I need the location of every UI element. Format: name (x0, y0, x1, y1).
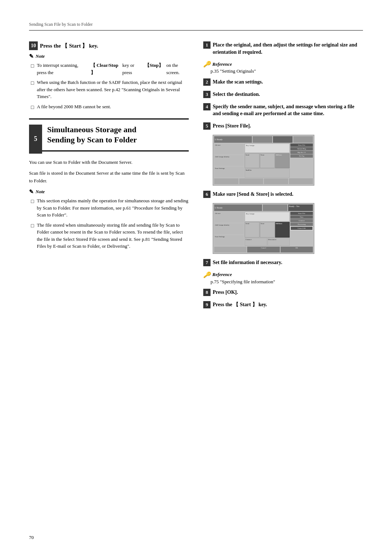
step-4-text: Specify the sender name, subject, and me… (213, 103, 363, 117)
step-9-number: 9 (203, 301, 211, 308)
step-1-text: Place the original, and then adjust the … (213, 41, 363, 56)
step-5-text: Press [Store File]. (213, 122, 251, 130)
step-3-number: 3 (203, 91, 211, 98)
step-7-block: 7 Set file information if necessary. (203, 259, 363, 266)
section-title-block: 5 Simultaneous Storage andSending by Sca… (29, 118, 189, 151)
note-1-list: To interrupt scanning, press the 【 Clear… (29, 62, 189, 111)
step-8-block: 8 Press [OK]. (203, 289, 363, 296)
note-2-title: ✎ Note (29, 189, 189, 195)
step-9-label: 9 Press the 【 Start 】 key. (203, 301, 363, 308)
screen-mockup-2: U Ready Ready - Yes Alt text Add Assign … (213, 203, 314, 254)
main-content: 10 Press the 【 Start 】 key. ✎ Note To in… (29, 41, 363, 313)
section-body-1: You can use Scan to Folder with the Docu… (29, 159, 189, 166)
reference-1-title: 🔑 Reference (203, 61, 363, 68)
step-1-label: 1 Place the original, and then adjust th… (203, 41, 363, 56)
note-2-section: ✎ Note This section explains mainly the … (29, 189, 189, 250)
reference-1-text: p.35 "Setting Originals" (203, 68, 363, 75)
clear-stop-key: 【 Clear/Stop 】 (91, 62, 119, 76)
step-2-number: 2 (203, 78, 211, 86)
note-1-section: ✎ Note To interrupt scanning, press the … (29, 53, 189, 111)
note-1-title: ✎ Note (29, 53, 189, 60)
screen-mockup-1: U Ready Alt text Add Assign identity Sca… (213, 135, 314, 186)
section-body-2: Scan file is stored in the Document Serv… (29, 170, 189, 185)
step-9-start-key: 【 Start 】 (233, 302, 257, 307)
step-4-number: 4 (203, 103, 211, 110)
step-2-text: Make the scan settings. (213, 78, 263, 86)
reference-1-block: 🔑 Reference p.35 "Setting Originals" (203, 61, 363, 75)
start-key: 【 Start 】 (62, 43, 87, 49)
page: Sending Scan File by Scan to Folder 10 P… (0, 0, 392, 555)
step-2-label: 2 Make the scan settings. (203, 78, 363, 86)
step-9-text: Press the 【 Start 】 key. (213, 301, 267, 308)
right-column: 1 Place the original, and then adjust th… (203, 41, 363, 313)
step-2-block: 2 Make the scan settings. (203, 78, 363, 86)
step-10-number: 10 (29, 41, 38, 50)
step-10-block: 10 Press the 【 Start 】 key. ✎ Note To in… (29, 41, 189, 111)
step-4-label: 4 Specify the sender name, subject, and … (203, 103, 363, 117)
note-1-item-1: To interrupt scanning, press the 【 Clear… (31, 62, 189, 76)
page-number: 70 (29, 535, 34, 540)
page-header: Sending Scan File by Scan to Folder (29, 22, 363, 31)
step-7-text: Set file information if necessary. (213, 259, 282, 266)
step-1-number: 1 (203, 41, 211, 49)
step-7-label: 7 Set file information if necessary. (203, 259, 363, 266)
note-1-item-2: When using the Batch function or the SAD… (31, 79, 189, 100)
note-2-list: This section explains mainly the operati… (29, 197, 189, 250)
reference-2-block: 🔑 Reference p.75 "Specifying file inform… (203, 271, 363, 285)
step-1-block: 1 Place the original, and then adjust th… (203, 41, 363, 56)
reference-2-title: 🔑 Reference (203, 271, 363, 278)
step-3-label: 3 Select the destination. (203, 91, 363, 98)
step-8-text: Press [OK]. (213, 289, 238, 296)
note-2-item-2: The file stored when simultaneously stor… (31, 222, 189, 250)
step-10-text: Press the 【 Start 】 key. (40, 42, 98, 49)
step-7-number: 7 (203, 259, 211, 266)
section-marker: 5 (29, 125, 42, 154)
reference-2-key-icon: 🔑 (203, 271, 211, 278)
step-6-label: 6 Make sure [Send & Store] is selected. (203, 191, 363, 198)
note-2-item-1: This section explains mainly the operati… (31, 197, 189, 219)
step-6-text: Make sure [Send & Store] is selected. (213, 191, 293, 198)
step-9-block: 9 Press the 【 Start 】 key. (203, 301, 363, 308)
reference-key-icon: 🔑 (203, 61, 211, 68)
step-8-number: 8 (203, 289, 211, 296)
step-3-text: Select the destination. (213, 91, 260, 98)
step-6-number: 6 (203, 191, 211, 198)
step-5-number: 5 (203, 122, 211, 130)
section-5-container: 5 Simultaneous Storage andSending by Sca… (29, 118, 189, 151)
step-5-label: 5 Press [Store File]. (203, 122, 363, 130)
left-column: 10 Press the 【 Start 】 key. ✎ Note To in… (29, 41, 189, 313)
step-5-block: 5 Press [Store File]. (203, 122, 363, 130)
note-2-icon: ✎ (29, 189, 34, 195)
header-title: Sending Scan File by Scan to Folder (29, 22, 93, 27)
section-title: Simultaneous Storage andSending by Scan … (47, 125, 189, 145)
step-4-block: 4 Specify the sender name, subject, and … (203, 103, 363, 117)
step-3-block: 3 Select the destination. (203, 91, 363, 98)
step-10-label: 10 Press the 【 Start 】 key. (29, 41, 189, 50)
step-8-label: 8 Press [OK]. (203, 289, 363, 296)
note-icon: ✎ (29, 53, 34, 60)
reference-2-text: p.75 "Specifying file information" (203, 278, 363, 285)
step-6-block: 6 Make sure [Send & Store] is selected. (203, 191, 363, 198)
note-1-item-3: A file beyond 2000 MB cannot be sent. (31, 103, 189, 111)
